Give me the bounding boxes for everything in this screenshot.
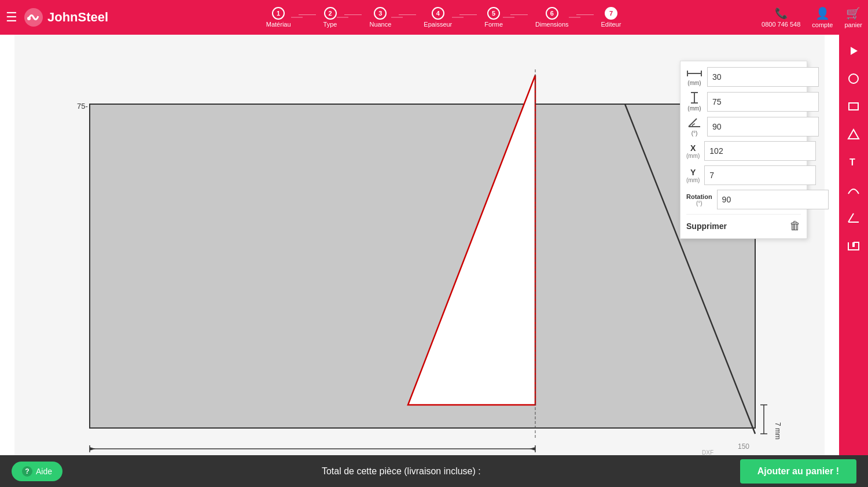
help-icon: ? (22, 466, 32, 477)
properties-panel: (mm) (mm) (680, 61, 807, 239)
phone-number: 0800 746 548 (762, 21, 800, 28)
menu-button[interactable]: ☰ (6, 11, 17, 24)
dxf-label: DXF (702, 449, 713, 455)
step-4-circle: 4 (432, 7, 444, 20)
height-icon: (mm) (686, 91, 703, 112)
triangle-icon (847, 128, 860, 141)
step-2-label: Type (323, 21, 337, 28)
rotation-row: Rotation (°) (686, 190, 801, 209)
right-toolbar: T (839, 35, 868, 455)
text-tool-button[interactable]: T (840, 149, 867, 175)
logo[interactable]: JohnSteel (23, 7, 108, 28)
delete-row: Supprimer 🗑 (686, 214, 801, 233)
y-coord-icon: Y (mm) (686, 168, 700, 183)
y-input[interactable] (704, 165, 816, 185)
circle-icon (847, 72, 860, 85)
main-container: 75- 102 mm 7 mm 150 DXF (0, 35, 868, 455)
step-1[interactable]: 1 Matériau (256, 7, 301, 28)
rectangle-tool-button[interactable] (840, 93, 867, 120)
svg-marker-24 (851, 47, 858, 55)
vertical-dimension-label: 7 mm (774, 422, 782, 440)
zoom-level-label: 150 (738, 442, 749, 451)
logo-text: JohnSteel (47, 10, 108, 25)
step-3-label: Nuance (369, 21, 391, 28)
rotation-input[interactable] (717, 190, 829, 209)
svg-point-25 (849, 74, 858, 83)
cart-label: panier (844, 21, 862, 28)
add-cart-label: Ajouter au panier ! (757, 466, 839, 476)
arrow-right-icon (847, 45, 860, 57)
step-6[interactable]: 6 Dimensions (525, 7, 579, 28)
height-row: (mm) (686, 91, 801, 112)
step-3[interactable]: 3 Nuance (359, 7, 402, 28)
step-5-label: Forme (484, 21, 503, 28)
circle-tool-button[interactable] (840, 65, 867, 92)
phone-icon: 📞 (775, 7, 788, 20)
help-button[interactable]: ? Aide (12, 462, 62, 481)
header: ☰ JohnSteel 1 Matériau 2 Type 3 Nuance 4… (0, 0, 868, 35)
step-3-circle: 3 (374, 7, 387, 20)
steps-nav: 1 Matériau 2 Type 3 Nuance 4 Epaisseur 5… (126, 7, 762, 28)
delete-button[interactable]: 🗑 (789, 219, 801, 233)
logo-icon (23, 7, 44, 28)
add-to-cart-button[interactable]: Ajouter au panier ! (740, 459, 856, 484)
x-input[interactable] (704, 141, 816, 161)
rectangle-icon (847, 100, 860, 113)
triangle-tool-button[interactable] (840, 121, 867, 147)
step-1-circle: 1 (272, 7, 285, 20)
svg-line-29 (848, 213, 854, 222)
arc-icon (847, 183, 860, 196)
step-7-circle: 7 (605, 7, 617, 20)
arc-tool-button[interactable] (840, 176, 867, 203)
step-5[interactable]: 5 Forme (474, 7, 513, 28)
x-row: X (mm) (686, 141, 801, 161)
step-6-circle: 6 (546, 7, 558, 20)
trash-icon: 🗑 (789, 219, 801, 232)
total-text: Total de cette pièce (livraison incluse)… (322, 466, 481, 476)
svg-marker-27 (848, 130, 859, 139)
text-icon: T (847, 156, 860, 168)
y-row: Y (mm) (686, 165, 801, 185)
svg-rect-26 (849, 103, 858, 110)
step-2-circle: 2 (324, 7, 337, 20)
notch-tool-button[interactable] (840, 232, 867, 259)
step-7[interactable]: 7 Editeur (591, 7, 632, 28)
cart-button[interactable]: 🛒 panier (844, 6, 862, 28)
step-1-label: Matériau (266, 21, 291, 28)
width-input[interactable] (707, 67, 819, 87)
svg-text:T: T (849, 157, 855, 167)
angle-icon (847, 211, 860, 224)
svg-point-1 (27, 17, 31, 20)
angle-row: (°) (686, 116, 801, 136)
step-4[interactable]: 4 Epaisseur (413, 7, 462, 28)
rotation-label-icon: Rotation (°) (686, 193, 712, 206)
delete-label: Supprimer (686, 222, 727, 231)
x-coord-icon: X (mm) (686, 143, 700, 159)
step-4-label: Epaisseur (424, 21, 452, 28)
angle-tool-button[interactable] (840, 204, 867, 231)
account-icon: 👤 (815, 6, 830, 20)
canvas-area[interactable]: 75- 102 mm 7 mm 150 DXF (0, 35, 839, 455)
cart-icon: 🛒 (846, 6, 860, 20)
phone-button[interactable]: 📞 0800 746 548 (762, 7, 800, 28)
help-label: Aide (36, 467, 52, 476)
notch-icon (847, 239, 860, 252)
step-5-circle: 5 (487, 7, 500, 20)
header-right: 📞 0800 746 548 👤 compte 🛒 panier (762, 6, 862, 28)
step-6-label: Dimensions (535, 21, 568, 28)
height-input[interactable] (707, 92, 819, 112)
angle-icon: (°) (686, 116, 703, 136)
arrow-next-button[interactable] (840, 38, 867, 64)
step-2[interactable]: 2 Type (313, 7, 348, 28)
width-icon: (mm) (686, 68, 703, 86)
account-label: compte (812, 21, 833, 28)
footer-total: Total de cette pièce (livraison incluse)… (62, 466, 740, 477)
hamburger-icon: ☰ (6, 10, 17, 24)
step-7-label: Editeur (601, 21, 621, 28)
footer: ? Aide Total de cette pièce (livraison i… (0, 455, 868, 487)
account-button[interactable]: 👤 compte (812, 6, 833, 28)
width-row: (mm) (686, 67, 801, 87)
angle-input[interactable] (707, 117, 819, 136)
y-ruler-label: 75- (77, 102, 88, 110)
